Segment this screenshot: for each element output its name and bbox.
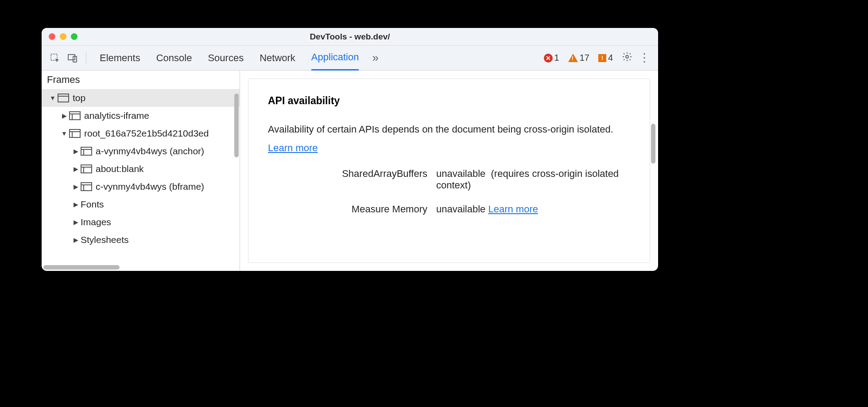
warning-value: 17 <box>580 53 589 63</box>
tab-sources[interactable]: Sources <box>208 46 244 70</box>
traffic-lights <box>49 33 78 40</box>
svg-rect-6 <box>70 112 80 120</box>
api-availability-card: API availability Availability of certain… <box>248 78 650 263</box>
tree-item[interactable]: Stylesheets <box>42 231 240 249</box>
frame-icon <box>81 182 92 191</box>
expand-arrow-icon[interactable] <box>50 94 56 102</box>
svg-rect-18 <box>81 183 92 191</box>
expand-arrow-icon[interactable] <box>73 201 79 208</box>
main-vscrollbar[interactable] <box>651 124 655 164</box>
api-list: SharedArrayBuffersunavailable (requires … <box>268 168 630 215</box>
api-row: SharedArrayBuffersunavailable (requires … <box>268 168 630 191</box>
tree-item-label: c-vynmy4vb4wys (bframe) <box>96 181 204 192</box>
tree-item-label: Stylesheets <box>81 235 129 245</box>
devtools-tabs: Elements Console Sources Network Applica… <box>100 45 359 70</box>
close-button[interactable] <box>49 33 55 40</box>
status-bar: ✕ 1 17 ! 4 ⋮ <box>544 51 654 65</box>
sidebar-header: Frames <box>42 70 240 89</box>
sidebar: Frames topanalytics-iframeroot_616a752e1… <box>42 70 240 271</box>
tab-network[interactable]: Network <box>260 46 295 70</box>
error-icon: ✕ <box>544 54 553 63</box>
frame-icon <box>69 129 81 138</box>
frame-icon <box>81 147 92 156</box>
api-name: SharedArrayBuffers <box>268 168 436 191</box>
card-intro: Availability of certain APIs depends on … <box>268 120 630 157</box>
titlebar: DevTools - web.dev/ <box>42 28 658 46</box>
window-title: DevTools - web.dev/ <box>310 32 390 42</box>
learn-more-link[interactable]: Learn more <box>488 204 538 215</box>
tree-item[interactable]: about:blank <box>42 160 240 178</box>
minimize-button[interactable] <box>60 33 66 40</box>
error-value: 1 <box>554 53 559 63</box>
tree-item[interactable]: Fonts <box>42 196 240 213</box>
devtools-window: DevTools - web.dev/ Elements Console Sou… <box>42 28 658 271</box>
tree-item[interactable]: c-vynmy4vb4wys (bframe) <box>42 178 240 196</box>
tree-item-label: Images <box>81 217 111 227</box>
panel-body: Frames topanalytics-iframeroot_616a752e1… <box>42 70 658 271</box>
divider <box>86 52 86 64</box>
tab-application[interactable]: Application <box>311 45 359 70</box>
tree-item-label: top <box>73 93 85 103</box>
api-value: unavailable Learn more <box>436 204 630 215</box>
warning-icon <box>568 54 578 62</box>
tree-item-label: analytics-iframe <box>84 110 149 121</box>
tree-item[interactable]: Images <box>42 213 240 231</box>
frame-icon <box>81 164 92 173</box>
tree-item-label: a-vynmy4vb4wys (anchor) <box>96 146 204 157</box>
svg-point-3 <box>626 55 628 58</box>
issue-count[interactable]: ! 4 <box>598 53 613 63</box>
frame-tree: topanalytics-iframeroot_616a752e1b5d4210… <box>42 89 240 271</box>
expand-arrow-icon[interactable] <box>73 165 79 172</box>
issue-value: 4 <box>608 53 613 63</box>
tree-item[interactable]: a-vynmy4vb4wys (anchor) <box>42 142 240 160</box>
maximize-button[interactable] <box>71 33 78 40</box>
expand-arrow-icon[interactable] <box>73 148 79 155</box>
tabbar: Elements Console Sources Network Applica… <box>42 46 658 70</box>
api-row: Measure Memoryunavailable Learn more <box>268 204 630 215</box>
svg-rect-4 <box>58 94 69 102</box>
api-value: unavailable (requires cross-origin isola… <box>436 168 630 191</box>
more-tabs-icon[interactable]: » <box>372 51 378 65</box>
svg-rect-12 <box>81 147 92 155</box>
issue-icon: ! <box>598 54 606 62</box>
device-toggle-icon[interactable] <box>64 53 81 63</box>
frame-icon <box>69 111 81 120</box>
tree-item-label: about:blank <box>96 164 144 174</box>
expand-arrow-icon[interactable] <box>73 219 79 226</box>
learn-more-link[interactable]: Learn more <box>268 142 318 153</box>
warning-count[interactable]: 17 <box>568 53 589 63</box>
expand-arrow-icon[interactable] <box>61 130 67 137</box>
sidebar-vscrollbar[interactable] <box>234 94 239 157</box>
window-icon <box>58 94 69 102</box>
svg-rect-1 <box>68 55 75 60</box>
kebab-menu-icon[interactable]: ⋮ <box>639 51 650 65</box>
api-name: Measure Memory <box>268 204 436 215</box>
tree-item-label: root_616a752e1b5d4210d3ed <box>84 128 209 139</box>
svg-rect-15 <box>81 165 92 173</box>
expand-arrow-icon[interactable] <box>73 183 79 190</box>
svg-rect-9 <box>70 129 80 137</box>
error-count[interactable]: ✕ 1 <box>544 53 559 63</box>
card-heading: API availability <box>268 95 630 107</box>
tree-item[interactable]: top <box>42 89 240 107</box>
tab-console[interactable]: Console <box>156 46 192 70</box>
tree-item[interactable]: root_616a752e1b5d4210d3ed <box>42 125 240 142</box>
inspect-icon[interactable] <box>46 53 64 63</box>
expand-arrow-icon[interactable] <box>61 112 67 119</box>
expand-arrow-icon[interactable] <box>73 236 79 243</box>
tree-item-label: Fonts <box>81 199 104 210</box>
sidebar-hscrollbar[interactable] <box>43 265 120 270</box>
tree-item[interactable]: analytics-iframe <box>42 107 240 125</box>
tab-elements[interactable]: Elements <box>100 46 140 70</box>
settings-icon[interactable] <box>622 51 632 64</box>
intro-text: Availability of certain APIs depends on … <box>268 124 613 135</box>
main-panel: API availability Availability of certain… <box>240 70 658 271</box>
